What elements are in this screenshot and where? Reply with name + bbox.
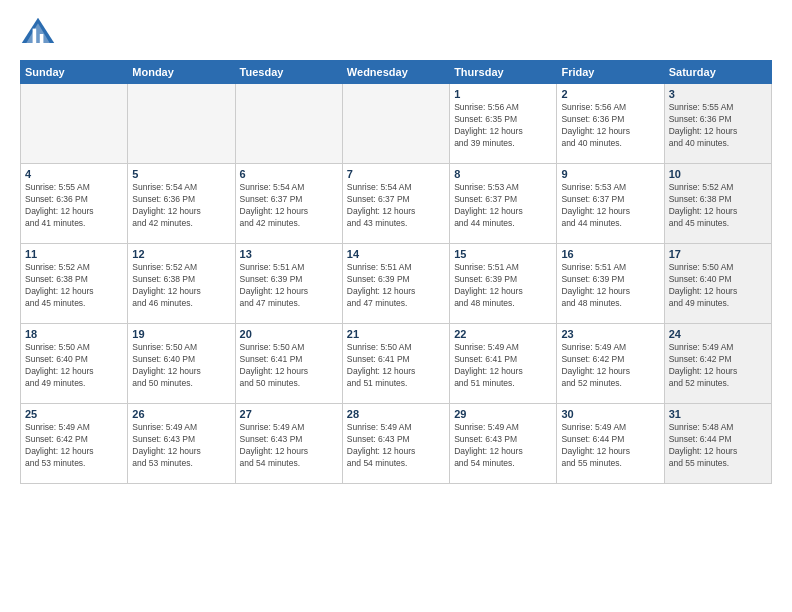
- calendar-cell: 30Sunrise: 5:49 AM Sunset: 6:44 PM Dayli…: [557, 404, 664, 484]
- svg-rect-3: [40, 34, 44, 43]
- week-row: 18Sunrise: 5:50 AM Sunset: 6:40 PM Dayli…: [21, 324, 772, 404]
- day-info: Sunrise: 5:49 AM Sunset: 6:43 PM Dayligh…: [132, 422, 230, 470]
- col-header-wednesday: Wednesday: [342, 61, 449, 84]
- calendar-cell: [128, 84, 235, 164]
- day-number: 31: [669, 408, 767, 420]
- day-number: 26: [132, 408, 230, 420]
- day-info: Sunrise: 5:50 AM Sunset: 6:40 PM Dayligh…: [25, 342, 123, 390]
- day-number: 1: [454, 88, 552, 100]
- day-number: 6: [240, 168, 338, 180]
- calendar-cell: 24Sunrise: 5:49 AM Sunset: 6:42 PM Dayli…: [664, 324, 771, 404]
- day-number: 30: [561, 408, 659, 420]
- day-number: 16: [561, 248, 659, 260]
- col-header-friday: Friday: [557, 61, 664, 84]
- calendar-cell: 29Sunrise: 5:49 AM Sunset: 6:43 PM Dayli…: [450, 404, 557, 484]
- day-info: Sunrise: 5:48 AM Sunset: 6:44 PM Dayligh…: [669, 422, 767, 470]
- day-number: 24: [669, 328, 767, 340]
- calendar-cell: 22Sunrise: 5:49 AM Sunset: 6:41 PM Dayli…: [450, 324, 557, 404]
- day-number: 19: [132, 328, 230, 340]
- day-info: Sunrise: 5:56 AM Sunset: 6:35 PM Dayligh…: [454, 102, 552, 150]
- day-info: Sunrise: 5:49 AM Sunset: 6:44 PM Dayligh…: [561, 422, 659, 470]
- col-header-monday: Monday: [128, 61, 235, 84]
- day-info: Sunrise: 5:49 AM Sunset: 6:42 PM Dayligh…: [561, 342, 659, 390]
- calendar-cell: 20Sunrise: 5:50 AM Sunset: 6:41 PM Dayli…: [235, 324, 342, 404]
- page: SundayMondayTuesdayWednesdayThursdayFrid…: [0, 0, 792, 612]
- day-info: Sunrise: 5:50 AM Sunset: 6:40 PM Dayligh…: [132, 342, 230, 390]
- day-number: 8: [454, 168, 552, 180]
- calendar-cell: 28Sunrise: 5:49 AM Sunset: 6:43 PM Dayli…: [342, 404, 449, 484]
- calendar-cell: [21, 84, 128, 164]
- day-number: 29: [454, 408, 552, 420]
- day-info: Sunrise: 5:50 AM Sunset: 6:41 PM Dayligh…: [240, 342, 338, 390]
- day-number: 11: [25, 248, 123, 260]
- day-number: 21: [347, 328, 445, 340]
- calendar-cell: 5Sunrise: 5:54 AM Sunset: 6:36 PM Daylig…: [128, 164, 235, 244]
- col-header-sunday: Sunday: [21, 61, 128, 84]
- day-info: Sunrise: 5:54 AM Sunset: 6:37 PM Dayligh…: [347, 182, 445, 230]
- calendar-cell: 17Sunrise: 5:50 AM Sunset: 6:40 PM Dayli…: [664, 244, 771, 324]
- svg-rect-2: [33, 29, 37, 43]
- col-header-saturday: Saturday: [664, 61, 771, 84]
- calendar-cell: 11Sunrise: 5:52 AM Sunset: 6:38 PM Dayli…: [21, 244, 128, 324]
- calendar-cell: 23Sunrise: 5:49 AM Sunset: 6:42 PM Dayli…: [557, 324, 664, 404]
- calendar-cell: 27Sunrise: 5:49 AM Sunset: 6:43 PM Dayli…: [235, 404, 342, 484]
- calendar-cell: [342, 84, 449, 164]
- day-number: 20: [240, 328, 338, 340]
- calendar-cell: [235, 84, 342, 164]
- day-number: 17: [669, 248, 767, 260]
- day-number: 23: [561, 328, 659, 340]
- day-number: 3: [669, 88, 767, 100]
- day-info: Sunrise: 5:51 AM Sunset: 6:39 PM Dayligh…: [561, 262, 659, 310]
- calendar-cell: 26Sunrise: 5:49 AM Sunset: 6:43 PM Dayli…: [128, 404, 235, 484]
- day-info: Sunrise: 5:53 AM Sunset: 6:37 PM Dayligh…: [561, 182, 659, 230]
- week-row: 1Sunrise: 5:56 AM Sunset: 6:35 PM Daylig…: [21, 84, 772, 164]
- day-number: 18: [25, 328, 123, 340]
- calendar-cell: 10Sunrise: 5:52 AM Sunset: 6:38 PM Dayli…: [664, 164, 771, 244]
- calendar-cell: 25Sunrise: 5:49 AM Sunset: 6:42 PM Dayli…: [21, 404, 128, 484]
- calendar-cell: 15Sunrise: 5:51 AM Sunset: 6:39 PM Dayli…: [450, 244, 557, 324]
- logo: [20, 16, 60, 52]
- calendar-cell: 21Sunrise: 5:50 AM Sunset: 6:41 PM Dayli…: [342, 324, 449, 404]
- day-info: Sunrise: 5:49 AM Sunset: 6:42 PM Dayligh…: [669, 342, 767, 390]
- day-info: Sunrise: 5:51 AM Sunset: 6:39 PM Dayligh…: [347, 262, 445, 310]
- day-number: 13: [240, 248, 338, 260]
- day-number: 9: [561, 168, 659, 180]
- day-number: 7: [347, 168, 445, 180]
- day-number: 15: [454, 248, 552, 260]
- day-number: 2: [561, 88, 659, 100]
- day-info: Sunrise: 5:54 AM Sunset: 6:37 PM Dayligh…: [240, 182, 338, 230]
- day-number: 22: [454, 328, 552, 340]
- day-number: 5: [132, 168, 230, 180]
- day-info: Sunrise: 5:52 AM Sunset: 6:38 PM Dayligh…: [669, 182, 767, 230]
- day-info: Sunrise: 5:52 AM Sunset: 6:38 PM Dayligh…: [25, 262, 123, 310]
- day-number: 12: [132, 248, 230, 260]
- calendar-cell: 14Sunrise: 5:51 AM Sunset: 6:39 PM Dayli…: [342, 244, 449, 324]
- calendar-table: SundayMondayTuesdayWednesdayThursdayFrid…: [20, 60, 772, 484]
- day-number: 14: [347, 248, 445, 260]
- day-number: 27: [240, 408, 338, 420]
- week-row: 4Sunrise: 5:55 AM Sunset: 6:36 PM Daylig…: [21, 164, 772, 244]
- header: [20, 16, 772, 52]
- day-info: Sunrise: 5:54 AM Sunset: 6:36 PM Dayligh…: [132, 182, 230, 230]
- week-row: 25Sunrise: 5:49 AM Sunset: 6:42 PM Dayli…: [21, 404, 772, 484]
- day-info: Sunrise: 5:53 AM Sunset: 6:37 PM Dayligh…: [454, 182, 552, 230]
- day-info: Sunrise: 5:50 AM Sunset: 6:40 PM Dayligh…: [669, 262, 767, 310]
- calendar-cell: 3Sunrise: 5:55 AM Sunset: 6:36 PM Daylig…: [664, 84, 771, 164]
- calendar-cell: 16Sunrise: 5:51 AM Sunset: 6:39 PM Dayli…: [557, 244, 664, 324]
- header-row: SundayMondayTuesdayWednesdayThursdayFrid…: [21, 61, 772, 84]
- col-header-thursday: Thursday: [450, 61, 557, 84]
- day-info: Sunrise: 5:49 AM Sunset: 6:43 PM Dayligh…: [240, 422, 338, 470]
- day-info: Sunrise: 5:56 AM Sunset: 6:36 PM Dayligh…: [561, 102, 659, 150]
- day-number: 4: [25, 168, 123, 180]
- day-info: Sunrise: 5:49 AM Sunset: 6:41 PM Dayligh…: [454, 342, 552, 390]
- calendar-cell: 13Sunrise: 5:51 AM Sunset: 6:39 PM Dayli…: [235, 244, 342, 324]
- calendar-cell: 1Sunrise: 5:56 AM Sunset: 6:35 PM Daylig…: [450, 84, 557, 164]
- week-row: 11Sunrise: 5:52 AM Sunset: 6:38 PM Dayli…: [21, 244, 772, 324]
- day-info: Sunrise: 5:51 AM Sunset: 6:39 PM Dayligh…: [454, 262, 552, 310]
- day-number: 28: [347, 408, 445, 420]
- calendar-cell: 7Sunrise: 5:54 AM Sunset: 6:37 PM Daylig…: [342, 164, 449, 244]
- day-info: Sunrise: 5:55 AM Sunset: 6:36 PM Dayligh…: [669, 102, 767, 150]
- calendar-cell: 12Sunrise: 5:52 AM Sunset: 6:38 PM Dayli…: [128, 244, 235, 324]
- day-number: 10: [669, 168, 767, 180]
- day-info: Sunrise: 5:55 AM Sunset: 6:36 PM Dayligh…: [25, 182, 123, 230]
